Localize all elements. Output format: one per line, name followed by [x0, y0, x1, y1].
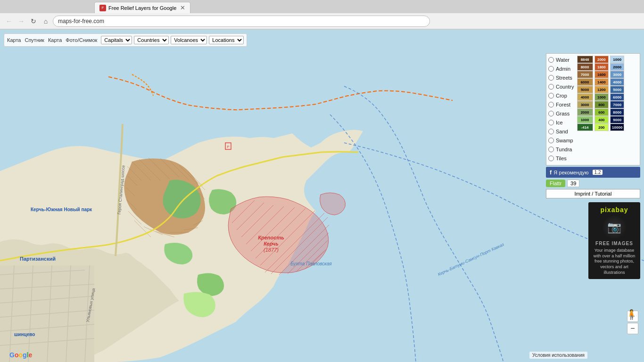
- svg-text:Бухта Павловская: Бухта Павловская: [290, 261, 332, 266]
- tab-favicon: F: [99, 5, 106, 11]
- swamp-radio[interactable]: [548, 138, 554, 143]
- crop-label: Crop: [556, 93, 567, 99]
- swamp-label: Swamp: [556, 138, 573, 143]
- pixabay-camera-icon: 📷: [603, 215, 626, 239]
- countries-select[interactable]: Countries: [134, 36, 169, 44]
- tundra-radio[interactable]: [548, 147, 554, 152]
- layer-forest-row: Forest: [548, 100, 574, 109]
- sand-label: Sand: [556, 129, 568, 134]
- country-label: Country: [556, 84, 574, 90]
- svg-text:Керчь-Южная Новый парк: Керчь-Южная Новый парк: [31, 207, 92, 212]
- layer-tundra-row: Tundra: [548, 145, 574, 154]
- crop-radio[interactable]: [548, 93, 554, 99]
- forest-radio[interactable]: [548, 102, 554, 107]
- elevation-legend: 8848 8000 7000 6000 5000 4000 3000 2000 …: [577, 56, 625, 163]
- facebook-label: Я рекомендую: [553, 170, 588, 175]
- layer-tiles-row: Tiles: [548, 154, 574, 163]
- address-text: maps-for-free.com: [58, 18, 104, 25]
- volcanoes-select[interactable]: Volcanoes: [171, 36, 207, 44]
- map-toolbar: Карта Спутник Карта Фото/Снимок Capitals…: [4, 33, 247, 47]
- facebook-count: 1.2: [593, 170, 603, 175]
- nav-bar: ← → ↻ ⌂ maps-for-free.com: [0, 13, 644, 29]
- back-button[interactable]: ←: [4, 16, 14, 26]
- right-panel: Water Admin Streets Country Crop: [546, 53, 640, 281]
- tiles-radio[interactable]: [548, 156, 554, 161]
- map-satellite-label: Спутник: [25, 37, 44, 43]
- svg-text:Google: Google: [9, 351, 32, 359]
- sand-radio[interactable]: [548, 129, 554, 134]
- facebook-icon: f: [550, 169, 552, 176]
- ice-radio[interactable]: [548, 120, 554, 125]
- svg-text:Крепость: Крепость: [258, 235, 284, 240]
- map-mode-label: Карта: [7, 37, 21, 43]
- tundra-label: Tundra: [556, 147, 572, 152]
- pixabay-description: Your image database with over a half mil…: [592, 248, 636, 275]
- status-bar: Условия использования: [529, 352, 587, 359]
- map-photo-label: Карта: [48, 37, 62, 43]
- capitals-select[interactable]: Capitals: [101, 36, 132, 44]
- country-radio[interactable]: [548, 84, 554, 90]
- pixabay-widget[interactable]: pixabay 📷 FREE IMAGES Your image databas…: [588, 202, 640, 279]
- tab-bar: F Free Relief Layers for Google ✕: [0, 0, 644, 13]
- reload-button[interactable]: ↻: [28, 16, 39, 26]
- layer-streets-row: Streets: [548, 74, 574, 82]
- tiles-label: Tiles: [556, 156, 567, 161]
- flattr-count: 39: [567, 180, 579, 187]
- tab-label: Free Relief Layers for Google: [108, 5, 176, 11]
- home-button[interactable]: ⌂: [41, 16, 51, 26]
- layer-sand-row: Sand: [548, 127, 574, 136]
- water-radio[interactable]: [548, 57, 554, 63]
- street-view-icon[interactable]: 🧍: [626, 309, 637, 320]
- svg-text:P: P: [227, 145, 229, 149]
- layer-controls: Water Admin Streets Country Crop: [548, 56, 574, 163]
- browser-chrome: F Free Relief Layers for Google ✕ ← → ↻ …: [0, 0, 644, 30]
- layer-water-row: Water: [548, 56, 574, 64]
- layer-ice-row: Ice: [548, 118, 574, 127]
- pixabay-logo: pixabay: [592, 206, 636, 214]
- zoom-out-button[interactable]: −: [627, 323, 638, 334]
- water-label: Water: [556, 57, 570, 63]
- admin-label: Admin: [556, 66, 570, 72]
- admin-radio[interactable]: [548, 66, 554, 72]
- imprint-button[interactable]: Imprint / Tutorial: [546, 189, 640, 198]
- layer-grass-row: Grass: [548, 109, 574, 118]
- pixabay-free-label: FREE IMAGES: [592, 241, 636, 246]
- grass-radio[interactable]: [548, 111, 554, 116]
- svg-text:(1877): (1877): [264, 247, 279, 253]
- address-bar[interactable]: maps-for-free.com: [53, 16, 430, 27]
- layer-swamp-row: Swamp: [548, 136, 574, 145]
- map-extra-label: Фото/Снимок: [66, 37, 97, 43]
- status-text: Условия использования: [532, 353, 585, 358]
- streets-radio[interactable]: [548, 75, 554, 81]
- forward-button[interactable]: →: [16, 16, 26, 26]
- layer-admin-row: Admin: [548, 65, 574, 73]
- svg-text:Партизанский: Партизанский: [20, 256, 56, 262]
- flattr-row: Flattr 39: [546, 180, 640, 187]
- locations-select[interactable]: Locations: [209, 36, 244, 44]
- layer-country-row: Country: [548, 82, 574, 91]
- tab-close-button[interactable]: ✕: [180, 4, 185, 11]
- svg-text:шинцево: шинцево: [14, 332, 35, 337]
- layer-crop-row: Crop: [548, 91, 574, 100]
- facebook-widget[interactable]: f Я рекомендую 1.2: [546, 167, 640, 178]
- forest-label: Forest: [556, 102, 570, 107]
- browser-tab[interactable]: F Free Relief Layers for Google ✕: [94, 2, 190, 13]
- map-container[interactable]: P Крепость Керчь (1877) Бухта Павловская…: [0, 30, 644, 362]
- grass-label: Grass: [556, 111, 570, 116]
- streets-label: Streets: [556, 75, 572, 81]
- svg-text:Керчь: Керчь: [264, 241, 279, 247]
- flattr-button[interactable]: Flattr: [546, 180, 565, 187]
- ice-label: Ice: [556, 120, 563, 125]
